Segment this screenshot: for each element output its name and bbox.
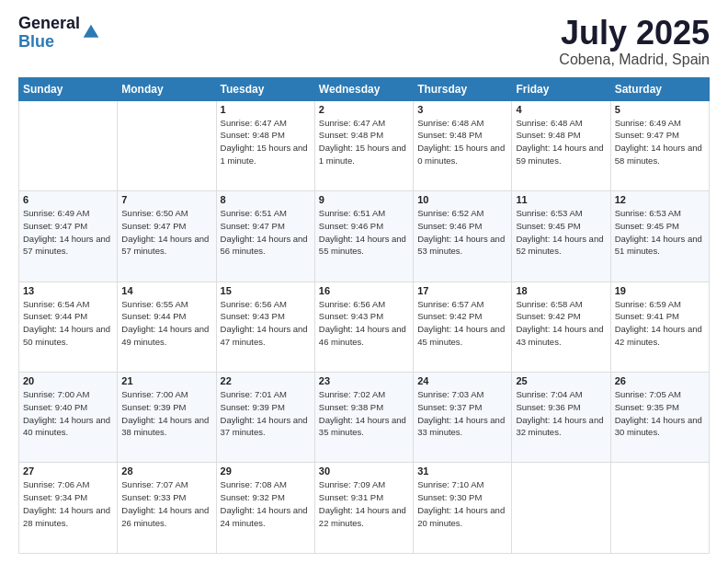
day-info: Sunrise: 7:03 AMSunset: 9:37 PMDaylight:… [417, 388, 507, 439]
calendar-cell: 3Sunrise: 6:48 AMSunset: 9:48 PMDaylight… [414, 100, 512, 190]
calendar-cell [512, 463, 610, 554]
col-sunday: Sunday [19, 77, 118, 100]
month-title: July 2025 [559, 15, 710, 52]
day-info: Sunrise: 6:49 AMSunset: 9:47 PMDaylight:… [615, 117, 705, 167]
day-number: 14 [121, 285, 211, 296]
day-info: Sunrise: 7:00 AMSunset: 9:40 PMDaylight:… [23, 388, 113, 439]
logo-blue-text: Blue [18, 33, 80, 52]
day-number: 11 [516, 194, 606, 205]
day-number: 21 [121, 375, 211, 386]
day-number: 10 [417, 194, 507, 205]
calendar-cell: 8Sunrise: 6:51 AMSunset: 9:47 PMDaylight… [216, 191, 314, 282]
day-number: 9 [319, 194, 409, 205]
header-row: Sunday Monday Tuesday Wednesday Thursday… [19, 77, 710, 100]
calendar-cell: 23Sunrise: 7:02 AMSunset: 9:38 PMDayligh… [314, 373, 413, 463]
day-info: Sunrise: 6:50 AMSunset: 9:47 PMDaylight:… [121, 207, 211, 258]
calendar-cell: 11Sunrise: 6:53 AMSunset: 9:45 PMDayligh… [512, 191, 610, 282]
day-info: Sunrise: 7:08 AMSunset: 9:32 PMDaylight:… [221, 478, 311, 529]
day-number: 17 [417, 285, 507, 296]
day-info: Sunrise: 6:58 AMSunset: 9:42 PMDaylight:… [516, 298, 606, 349]
day-info: Sunrise: 6:53 AMSunset: 9:45 PMDaylight:… [615, 207, 705, 258]
day-info: Sunrise: 6:55 AMSunset: 9:44 PMDaylight:… [121, 298, 211, 349]
day-info: Sunrise: 6:51 AMSunset: 9:46 PMDaylight:… [319, 207, 409, 258]
day-info: Sunrise: 6:49 AMSunset: 9:47 PMDaylight:… [23, 207, 113, 258]
calendar-cell: 14Sunrise: 6:55 AMSunset: 9:44 PMDayligh… [118, 282, 216, 372]
calendar-cell: 12Sunrise: 6:53 AMSunset: 9:45 PMDayligh… [610, 191, 709, 282]
day-info: Sunrise: 6:47 AMSunset: 9:48 PMDaylight:… [319, 117, 409, 167]
header: General Blue July 2025 Cobena, Madrid, S… [18, 15, 710, 68]
calendar-cell: 16Sunrise: 6:56 AMSunset: 9:43 PMDayligh… [314, 282, 413, 372]
calendar-cell: 30Sunrise: 7:09 AMSunset: 9:31 PMDayligh… [314, 463, 413, 554]
logo: General Blue [18, 15, 100, 52]
day-info: Sunrise: 6:56 AMSunset: 9:43 PMDaylight:… [319, 298, 409, 349]
title-block: July 2025 Cobena, Madrid, Spain [559, 15, 710, 68]
day-number: 1 [221, 104, 311, 115]
day-info: Sunrise: 7:06 AMSunset: 9:34 PMDaylight:… [23, 478, 113, 529]
day-info: Sunrise: 6:53 AMSunset: 9:45 PMDaylight:… [516, 207, 606, 258]
day-info: Sunrise: 6:48 AMSunset: 9:48 PMDaylight:… [417, 117, 507, 167]
day-number: 25 [516, 375, 606, 386]
calendar-cell: 26Sunrise: 7:05 AMSunset: 9:35 PMDayligh… [610, 373, 709, 463]
calendar-cell: 19Sunrise: 6:59 AMSunset: 9:41 PMDayligh… [610, 282, 709, 372]
day-info: Sunrise: 6:47 AMSunset: 9:48 PMDaylight:… [221, 117, 311, 167]
logo-icon [82, 23, 100, 41]
day-number: 7 [121, 194, 211, 205]
location-title: Cobena, Madrid, Spain [559, 52, 710, 68]
calendar-cell: 24Sunrise: 7:03 AMSunset: 9:37 PMDayligh… [414, 373, 512, 463]
calendar-cell: 21Sunrise: 7:00 AMSunset: 9:39 PMDayligh… [118, 373, 216, 463]
day-info: Sunrise: 6:54 AMSunset: 9:44 PMDaylight:… [23, 298, 113, 349]
day-info: Sunrise: 7:07 AMSunset: 9:33 PMDaylight:… [121, 478, 211, 529]
calendar-cell: 7Sunrise: 6:50 AMSunset: 9:47 PMDaylight… [118, 191, 216, 282]
day-info: Sunrise: 7:00 AMSunset: 9:39 PMDaylight:… [121, 388, 211, 439]
calendar-cell: 15Sunrise: 6:56 AMSunset: 9:43 PMDayligh… [216, 282, 314, 372]
day-info: Sunrise: 6:51 AMSunset: 9:47 PMDaylight:… [221, 207, 311, 258]
calendar-cell: 31Sunrise: 7:10 AMSunset: 9:30 PMDayligh… [414, 463, 512, 554]
day-number: 15 [221, 285, 311, 296]
day-info: Sunrise: 7:01 AMSunset: 9:39 PMDaylight:… [221, 388, 311, 439]
calendar-cell: 17Sunrise: 6:57 AMSunset: 9:42 PMDayligh… [414, 282, 512, 372]
day-number: 24 [417, 375, 507, 386]
calendar-cell: 13Sunrise: 6:54 AMSunset: 9:44 PMDayligh… [19, 282, 118, 372]
calendar-cell: 1Sunrise: 6:47 AMSunset: 9:48 PMDaylight… [216, 100, 314, 190]
day-number: 23 [319, 375, 409, 386]
col-monday: Monday [118, 77, 216, 100]
calendar-cell: 6Sunrise: 6:49 AMSunset: 9:47 PMDaylight… [19, 191, 118, 282]
day-number: 16 [319, 285, 409, 296]
calendar-cell: 25Sunrise: 7:04 AMSunset: 9:36 PMDayligh… [512, 373, 610, 463]
col-tuesday: Tuesday [216, 77, 314, 100]
calendar-cell: 27Sunrise: 7:06 AMSunset: 9:34 PMDayligh… [19, 463, 118, 554]
day-number: 2 [319, 104, 409, 115]
day-number: 19 [615, 285, 705, 296]
col-saturday: Saturday [610, 77, 709, 100]
day-number: 4 [516, 104, 606, 115]
calendar-cell: 20Sunrise: 7:00 AMSunset: 9:40 PMDayligh… [19, 373, 118, 463]
day-number: 3 [417, 104, 507, 115]
calendar-table: Sunday Monday Tuesday Wednesday Thursday… [18, 77, 710, 554]
col-thursday: Thursday [414, 77, 512, 100]
day-number: 31 [417, 465, 507, 477]
day-info: Sunrise: 7:09 AMSunset: 9:31 PMDaylight:… [319, 478, 409, 529]
calendar-body: 1Sunrise: 6:47 AMSunset: 9:48 PMDaylight… [19, 100, 710, 553]
day-number: 22 [221, 375, 311, 386]
day-number: 6 [23, 194, 113, 205]
day-number: 26 [615, 375, 705, 386]
calendar-row-1: 6Sunrise: 6:49 AMSunset: 9:47 PMDaylight… [19, 191, 710, 282]
calendar-cell: 9Sunrise: 6:51 AMSunset: 9:46 PMDaylight… [314, 191, 413, 282]
day-number: 12 [615, 194, 705, 205]
day-info: Sunrise: 7:04 AMSunset: 9:36 PMDaylight:… [516, 388, 606, 439]
day-number: 20 [23, 375, 113, 386]
calendar-cell: 2Sunrise: 6:47 AMSunset: 9:48 PMDaylight… [314, 100, 413, 190]
logo-general-text: General [18, 15, 80, 33]
calendar-row-0: 1Sunrise: 6:47 AMSunset: 9:48 PMDaylight… [19, 100, 710, 190]
day-number: 29 [221, 465, 311, 477]
day-info: Sunrise: 7:02 AMSunset: 9:38 PMDaylight:… [319, 388, 409, 439]
day-info: Sunrise: 6:48 AMSunset: 9:48 PMDaylight:… [516, 117, 606, 167]
calendar-cell [118, 100, 216, 190]
calendar-row-4: 27Sunrise: 7:06 AMSunset: 9:34 PMDayligh… [19, 463, 710, 554]
calendar-cell: 4Sunrise: 6:48 AMSunset: 9:48 PMDaylight… [512, 100, 610, 190]
day-info: Sunrise: 6:52 AMSunset: 9:46 PMDaylight:… [417, 207, 507, 258]
calendar-cell: 22Sunrise: 7:01 AMSunset: 9:39 PMDayligh… [216, 373, 314, 463]
day-number: 5 [615, 104, 705, 115]
calendar-cell: 5Sunrise: 6:49 AMSunset: 9:47 PMDaylight… [610, 100, 709, 190]
calendar-cell: 18Sunrise: 6:58 AMSunset: 9:42 PMDayligh… [512, 282, 610, 372]
